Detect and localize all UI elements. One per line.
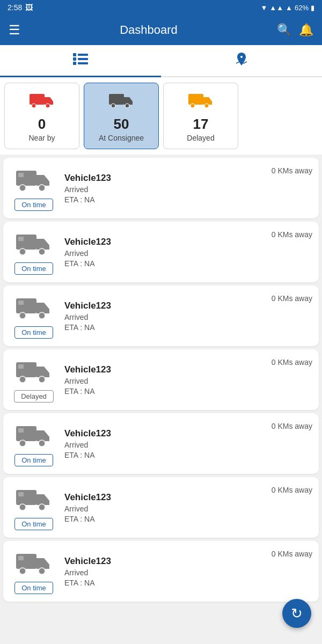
menu-button[interactable]: ☰ <box>9 23 20 38</box>
vehicle-status: Arrived <box>64 185 265 194</box>
vehicle-left: On time <box>10 229 58 275</box>
svg-point-6 <box>240 55 243 58</box>
vehicle-name: Vehicle123 <box>64 492 265 503</box>
svg-point-29 <box>19 376 26 383</box>
delayed-label: Delayed <box>187 134 214 142</box>
svg-rect-39 <box>18 492 24 496</box>
svg-point-25 <box>19 312 26 319</box>
map-icon <box>234 52 249 70</box>
vehicle-distance: 0 KMs away <box>272 486 312 494</box>
status-right: ▼ ▲▲ ▲ 62% ▮ <box>260 4 314 12</box>
vehicle-card[interactable]: On time Vehicle123 Arrived ETA : NA 0 KM… <box>3 158 319 218</box>
status-time: 2:58 <box>8 3 22 12</box>
truck-icon <box>15 357 53 386</box>
vehicle-name: Vehicle123 <box>64 364 265 375</box>
search-button[interactable]: 🔍 <box>277 23 291 37</box>
consignee-count: 50 <box>114 116 129 133</box>
truck-icon <box>15 421 53 450</box>
svg-point-41 <box>19 568 26 574</box>
svg-point-21 <box>19 248 26 255</box>
vehicle-name: Vehicle123 <box>64 556 265 567</box>
svg-point-12 <box>125 104 129 108</box>
tab-list[interactable] <box>0 45 161 76</box>
network-icon: ▲ <box>286 4 292 12</box>
vehicle-eta: ETA : NA <box>64 387 265 396</box>
vehicle-left: On time <box>10 421 58 466</box>
vehicle-distance: 0 KMs away <box>272 550 312 558</box>
vehicle-distance: 0 KMs away <box>272 294 312 303</box>
svg-rect-19 <box>18 173 24 177</box>
status-badge: Delayed <box>14 390 54 402</box>
vehicle-left: On time <box>10 485 58 530</box>
vehicle-status: Arrived <box>64 504 265 513</box>
truck-icon <box>15 229 53 258</box>
svg-point-30 <box>39 376 45 383</box>
vehicle-card[interactable]: On time Vehicle123 Arrived ETA : NA 0 KM… <box>3 541 319 602</box>
nearby-truck-icon <box>28 90 55 114</box>
status-badge: On time <box>14 326 53 339</box>
svg-point-26 <box>39 312 45 319</box>
svg-rect-23 <box>18 237 24 241</box>
vehicle-card[interactable]: On time Vehicle123 Arrived ETA : NA 0 KM… <box>3 286 319 346</box>
svg-rect-2 <box>73 62 76 65</box>
vehicle-info: Vehicle123 Arrived ETA : NA <box>64 556 265 587</box>
svg-point-22 <box>39 248 45 255</box>
filter-delayed[interactable]: 17 Delayed <box>163 83 238 149</box>
vehicle-left: Delayed <box>10 357 58 402</box>
status-badge: On time <box>14 199 53 211</box>
tab-map[interactable] <box>161 45 322 76</box>
truck-icon <box>15 165 53 194</box>
svg-point-14 <box>191 104 195 108</box>
svg-point-18 <box>39 185 45 191</box>
vehicle-eta: ETA : NA <box>64 579 265 587</box>
status-badge: On time <box>14 262 53 275</box>
refresh-icon: ↻ <box>291 605 303 622</box>
top-nav: ☰ Dashboard 🔍 🔔 <box>0 15 322 45</box>
vehicle-eta: ETA : NA <box>64 451 265 459</box>
status-badge: On time <box>14 454 53 466</box>
vehicle-card[interactable]: On time Vehicle123 Arrived ETA : NA 0 KM… <box>3 477 319 538</box>
svg-rect-43 <box>18 556 24 560</box>
svg-rect-4 <box>78 58 88 60</box>
vehicle-eta: ETA : NA <box>64 323 265 332</box>
vehicle-card[interactable]: On time Vehicle123 Arrived ETA : NA 0 KM… <box>3 222 319 282</box>
svg-rect-3 <box>78 54 88 56</box>
status-badge: On time <box>14 582 53 594</box>
nav-actions: 🔍 🔔 <box>277 23 313 37</box>
truck-icon <box>15 485 53 514</box>
svg-point-37 <box>19 504 26 510</box>
vehicle-left: On time <box>10 548 58 594</box>
nearby-count: 0 <box>38 116 46 133</box>
vehicle-info: Vehicle123 Arrived ETA : NA <box>64 301 265 332</box>
vehicle-info: Vehicle123 Arrived ETA : NA <box>64 492 265 523</box>
tab-bar <box>0 45 322 77</box>
vehicle-distance: 0 KMs away <box>272 422 312 430</box>
vehicle-name: Vehicle123 <box>64 173 265 184</box>
svg-point-42 <box>39 568 45 574</box>
refresh-button[interactable]: ↻ <box>282 599 311 628</box>
svg-point-15 <box>204 104 209 108</box>
vehicle-status: Arrived <box>64 377 265 385</box>
vehicle-name: Vehicle123 <box>64 428 265 439</box>
filter-consignee[interactable]: 50 At Consignee <box>84 83 159 149</box>
vehicle-left: On time <box>10 165 58 211</box>
consignee-label: At Consignee <box>99 134 144 142</box>
svg-rect-10 <box>109 94 124 105</box>
wifi-icon: ▼ <box>260 4 267 12</box>
vehicle-card[interactable]: Delayed Vehicle123 Arrived ETA : NA 0 KM… <box>3 349 319 410</box>
signal-icon: ▲▲ <box>269 4 283 12</box>
filter-nearby[interactable]: 0 Near by <box>4 83 79 149</box>
vehicle-eta: ETA : NA <box>64 195 265 204</box>
vehicle-status: Arrived <box>64 249 265 258</box>
svg-rect-7 <box>30 94 45 105</box>
truck-icon <box>15 548 53 577</box>
vehicle-distance: 0 KMs away <box>272 358 312 367</box>
notification-button[interactable]: 🔔 <box>299 23 313 37</box>
vehicle-status: Arrived <box>64 313 265 321</box>
vehicle-card[interactable]: On time Vehicle123 Arrived ETA : NA 0 KM… <box>3 413 319 474</box>
vehicle-name: Vehicle123 <box>64 301 265 311</box>
svg-point-38 <box>39 504 45 510</box>
vehicle-name: Vehicle123 <box>64 237 265 247</box>
page-title: Dashboard <box>120 23 178 37</box>
status-badge: On time <box>14 518 53 530</box>
